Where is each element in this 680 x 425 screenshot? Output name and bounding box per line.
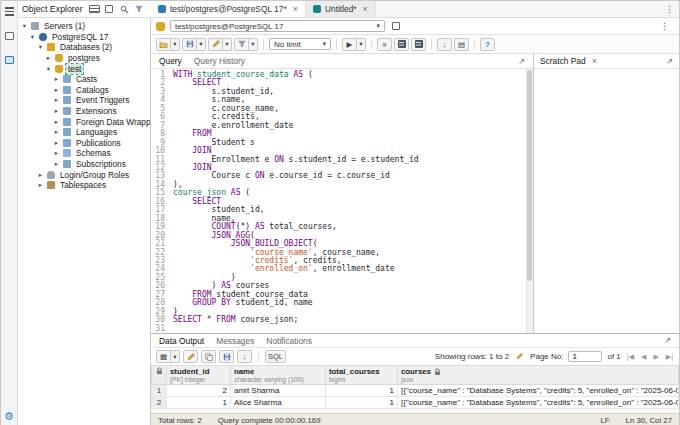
- next-page-button[interactable]: ▶: [652, 353, 659, 361]
- grid-options-caret-button[interactable]: ▾: [171, 350, 180, 363]
- chevron-right-icon[interactable]: ▸: [37, 181, 44, 189]
- chevron-down-icon[interactable]: ▾: [45, 65, 52, 73]
- connection-menu-icon[interactable]: ⋮: [655, 21, 674, 31]
- search-icon[interactable]: [119, 4, 130, 15]
- cursor-position-label[interactable]: Ln 30, Col 27: [626, 416, 672, 425]
- code-line[interactable]: SELECT * FROM course_json;: [173, 316, 533, 324]
- cell[interactable]: amit Sharma: [231, 385, 326, 397]
- code-line[interactable]: Enrollment e ON s.student_id = e.student…: [173, 156, 533, 164]
- settings-gear-icon[interactable]: ⚙: [4, 411, 15, 422]
- expand-panel-icon[interactable]: ↗: [518, 57, 525, 66]
- save-data-button[interactable]: [219, 350, 234, 363]
- scrollbar-thumb[interactable]: [527, 70, 532, 281]
- new-connection-icon[interactable]: [390, 21, 401, 32]
- chevron-right-icon[interactable]: ▸: [45, 54, 52, 62]
- cell[interactable]: 1: [167, 397, 231, 409]
- download-button[interactable]: ↓: [437, 38, 452, 51]
- prev-page-button[interactable]: ◀: [640, 353, 647, 361]
- filter-icon[interactable]: [134, 4, 145, 15]
- tab-messages[interactable]: Messages: [216, 336, 254, 346]
- open-file-button[interactable]: [156, 38, 171, 51]
- default-workspace-icon[interactable]: [4, 30, 15, 41]
- grid-options-button[interactable]: ▦: [156, 350, 171, 363]
- code-line[interactable]: Course c ON e.course_id = c.course_id: [173, 172, 533, 180]
- edit-options-button[interactable]: ▾: [223, 38, 232, 51]
- chevron-right-icon[interactable]: ▸: [53, 107, 60, 115]
- copy-button[interactable]: [201, 350, 216, 363]
- connection-select[interactable]: test/postgres@PostgreSQL 17 ▾: [170, 20, 385, 32]
- scratch-pad-body[interactable]: [534, 69, 679, 333]
- tree-item-databases-2[interactable]: ▾Databases (2): [18, 42, 150, 53]
- chevron-right-icon[interactable]: ▸: [53, 118, 60, 126]
- column-header-courses[interactable]: coursesjson: [398, 366, 679, 385]
- chevron-right-icon[interactable]: ▸: [53, 86, 60, 94]
- chevron-right-icon[interactable]: ▸: [53, 149, 60, 157]
- tree-item-subscriptions[interactable]: ▸Subscriptions: [18, 159, 150, 170]
- last-page-button[interactable]: ▶|: [665, 353, 674, 361]
- filter-button[interactable]: [234, 38, 249, 51]
- code-line[interactable]: WITH student_course_data AS (: [173, 71, 533, 79]
- tab-data-output[interactable]: Data Output: [159, 336, 204, 346]
- chevron-down-icon[interactable]: ▾: [29, 33, 36, 41]
- chevron-right-icon[interactable]: ▸: [53, 128, 60, 136]
- chevron-down-icon[interactable]: ▾: [21, 22, 28, 30]
- expand-panel-icon[interactable]: ↗: [666, 57, 673, 66]
- save-button[interactable]: [182, 38, 197, 51]
- tree-item-tablespaces[interactable]: ▸Tablespaces: [18, 180, 150, 191]
- row-number[interactable]: 2: [152, 397, 167, 409]
- page-number-input[interactable]: [568, 351, 602, 362]
- tab-query[interactable]: Query: [159, 56, 182, 66]
- tree-item-login-group-roles[interactable]: ▸Login/Group Roles: [18, 169, 150, 180]
- column-header-name[interactable]: namecharacter varying (100): [231, 366, 326, 385]
- explain-analyze-button[interactable]: [411, 38, 426, 51]
- tree-item-casts[interactable]: ▸Casts: [18, 74, 150, 85]
- select-all-header[interactable]: [152, 366, 167, 385]
- tree-item-event-triggers[interactable]: ▸Event Triggers: [18, 95, 150, 106]
- expand-panel-icon[interactable]: ↗: [664, 336, 671, 345]
- explain-button[interactable]: [394, 38, 409, 51]
- code-line[interactable]: Student s: [173, 139, 533, 147]
- chevron-right-icon[interactable]: ▸: [53, 96, 60, 104]
- query-tool-workspace-icon[interactable]: [4, 54, 15, 65]
- edit-data-button[interactable]: [183, 350, 198, 363]
- close-icon[interactable]: ×: [293, 4, 298, 14]
- macros-button[interactable]: ▤: [454, 38, 469, 51]
- chevron-right-icon[interactable]: ▸: [53, 75, 60, 83]
- tree-item-postgresql-17[interactable]: ▾PostgreSQL 17: [18, 32, 150, 43]
- chevron-right-icon[interactable]: ▸: [53, 139, 60, 147]
- tree-item-postgres[interactable]: ▸postgres: [18, 53, 150, 64]
- save-options-button[interactable]: ▾: [197, 38, 206, 51]
- close-icon[interactable]: ×: [363, 4, 368, 14]
- tree-item-servers-1[interactable]: ▾Servers (1): [18, 21, 150, 32]
- chevron-right-icon[interactable]: ▸: [37, 171, 44, 179]
- tab-query-history[interactable]: Query History: [194, 56, 245, 66]
- eol-indicator[interactable]: LF: [601, 416, 610, 425]
- tree-item-publications[interactable]: ▸Publications: [18, 138, 150, 149]
- first-page-button[interactable]: |◀: [626, 353, 635, 361]
- panel-menu-icon[interactable]: [89, 4, 100, 15]
- cell[interactable]: 1: [326, 385, 398, 397]
- download-results-button[interactable]: ↓: [237, 350, 252, 363]
- tab-bar-menu-icon[interactable]: ⋮: [660, 4, 679, 14]
- cell[interactable]: [{"course_name" : "Database Systems", "c…: [398, 397, 679, 409]
- cell[interactable]: Alice Sharma: [231, 397, 326, 409]
- help-button[interactable]: ?: [480, 38, 495, 51]
- tree-item-catalogs[interactable]: ▸Catalogs: [18, 85, 150, 96]
- editor-scrollbar[interactable]: [526, 69, 533, 333]
- tree-item-languages[interactable]: ▸Languages: [18, 127, 150, 138]
- limit-select[interactable]: No limit ▾: [269, 38, 331, 50]
- sql-button[interactable]: SQL: [265, 350, 286, 363]
- row-number[interactable]: 1: [152, 385, 167, 397]
- tree-item-schemas[interactable]: ▸Schemas: [18, 148, 150, 159]
- execute-button[interactable]: ▶: [342, 38, 357, 51]
- chevron-right-icon[interactable]: ▸: [53, 160, 60, 168]
- close-icon[interactable]: ×: [592, 56, 597, 66]
- stop-button[interactable]: ■: [377, 38, 392, 51]
- open-file-options-button[interactable]: ▾: [171, 38, 180, 51]
- cell[interactable]: [{"course_name" : "Database Systems", "c…: [398, 385, 679, 397]
- code-line[interactable]: course_json AS (: [173, 189, 533, 197]
- edit-button[interactable]: [208, 38, 223, 51]
- tree-item-foreign-data-wrappers[interactable]: ▸Foreign Data Wrappers: [18, 116, 150, 127]
- tab-query-tool-connection[interactable]: test/postgres@PostgreSQL 17* ×: [151, 1, 306, 17]
- execute-options-button[interactable]: ▾: [357, 38, 366, 51]
